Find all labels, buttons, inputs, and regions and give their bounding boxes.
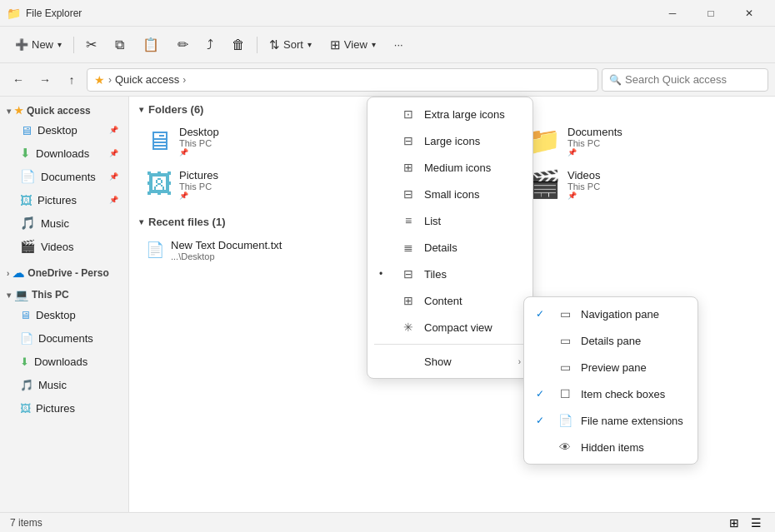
view-extra-large-icons[interactable]: ⊡ Extra large icons (369, 101, 531, 127)
sidebar-item-music[interactable]: 🎵 Music (3, 211, 125, 235)
up-button[interactable]: ↑ (60, 68, 83, 92)
menu-item-label: Tiles (424, 268, 447, 281)
recent-item-path: ...\Desktop (171, 251, 282, 261)
item-count: 7 items (10, 517, 42, 529)
sidebar-item-thispc-music[interactable]: 🎵 Music (3, 373, 125, 396)
pictures-icon: 🖼 (20, 193, 32, 207)
sidebar-item-thispc-documents[interactable]: 📄 Documents (3, 326, 125, 350)
folder-documents-pin: 📌 (568, 148, 622, 157)
minimize-button[interactable]: ─ (653, 0, 692, 27)
documents-icon: 📄 (20, 169, 36, 184)
thispc-section[interactable]: ▾ 💻 This PC (0, 283, 128, 303)
address-bar: ← → ↑ ★ › Quick access › 🔍 (0, 63, 775, 97)
sidebar-item-desktop[interactable]: 🖥 Desktop 📌 (3, 118, 125, 142)
window-controls: ─ □ ✕ (653, 0, 768, 27)
breadcrumb-quick-access: Quick access (115, 73, 179, 86)
thispc-icon: 💻 (14, 288, 28, 301)
folder-videos[interactable]: 🎬 Videos This PC 📌 (521, 166, 688, 202)
folder-pictures[interactable]: 🖼 Pictures This PC 📌 (139, 166, 306, 202)
back-button[interactable]: ← (7, 68, 30, 92)
view-small-icons[interactable]: ⊟ Small icons (369, 181, 531, 207)
toolbar-separator-1 (73, 37, 74, 53)
check-icon: ✓ (536, 415, 549, 426)
sort-button[interactable]: ⇅ Sort ▾ (261, 32, 320, 58)
sidebar-item-pictures[interactable]: 🖼 Pictures 📌 (3, 188, 125, 211)
view-tiles[interactable]: • ⊟ Tiles (369, 261, 531, 287)
show-preview-pane[interactable]: ▭ Preview pane (526, 354, 696, 380)
folder-videos-path: This PC (568, 181, 601, 191)
sidebar-item-label: Music (41, 217, 118, 230)
new-button[interactable]: ➕ New ▾ (7, 32, 70, 58)
quick-access-star-icon: ★ (14, 105, 23, 117)
view-button[interactable]: ⊞ View ▾ (322, 32, 384, 58)
folder-desktop-pin: 📌 (179, 148, 219, 157)
maximize-button[interactable]: □ (692, 0, 730, 27)
menu-item-label: Preview pane (581, 361, 647, 374)
search-icon: 🔍 (609, 74, 622, 86)
bullet-icon: • (379, 268, 392, 280)
videos-icon: 🎬 (20, 239, 36, 254)
sort-dropdown-icon: ▾ (308, 40, 312, 49)
menu-item-label: Content (424, 295, 462, 307)
view-list[interactable]: ≡ List (369, 207, 531, 234)
view-content[interactable]: ⊞ Content (369, 287, 531, 314)
close-button[interactable]: ✕ (730, 0, 768, 27)
medium-icons-icon: ⊞ (401, 161, 416, 174)
sidebar-item-label: Desktop (38, 124, 104, 137)
music-icon: 🎵 (20, 379, 33, 391)
folder-documents[interactable]: 📁 Documents This PC 📌 (521, 122, 688, 159)
search-box[interactable]: 🔍 (602, 68, 768, 92)
sidebar-item-label: Pictures (36, 402, 118, 415)
sidebar-item-thispc-desktop[interactable]: 🖥 Desktop (3, 303, 125, 326)
menu-item-label: List (424, 215, 441, 227)
view-medium-icons[interactable]: ⊞ Medium icons (369, 154, 531, 181)
onedrive-section[interactable]: › ☁ OneDrive - Perso (0, 261, 128, 281)
quick-access-section[interactable]: ▾ ★ Quick access (0, 100, 128, 118)
show-file-extensions[interactable]: ✓ 📄 File name extensions (526, 407, 696, 434)
delete-button[interactable]: 🗑 (223, 32, 253, 58)
title-bar: 📁 File Explorer ─ □ ✕ (0, 0, 775, 27)
menu-item-label: Details (424, 241, 458, 254)
menu-item-label: Details pane (581, 335, 641, 347)
sidebar-item-downloads[interactable]: ⬇ Downloads 📌 (3, 142, 125, 165)
view-large-icons[interactable]: ⊟ Large icons (369, 127, 531, 154)
more-icon: ··· (394, 38, 403, 51)
cut-button[interactable]: ✂ (78, 32, 105, 58)
rename-button[interactable]: ✏ (169, 32, 197, 58)
forward-button[interactable]: → (33, 68, 57, 92)
breadcrumb[interactable]: ★ › Quick access › (87, 68, 598, 92)
menu-item-label: Extra large icons (424, 108, 505, 121)
list-view-button[interactable]: ☰ (747, 514, 765, 532)
search-input[interactable] (625, 73, 761, 86)
downloads-icon: ⬇ (20, 355, 29, 368)
app-title: File Explorer (26, 7, 82, 19)
view-dropdown-icon: ▾ (372, 40, 376, 49)
copy-button[interactable]: ⧉ (107, 32, 132, 58)
sidebar-item-thispc-downloads[interactable]: ⬇ Downloads (3, 350, 125, 373)
sidebar-item-label: Documents (38, 332, 118, 345)
more-button[interactable]: ··· (386, 32, 412, 58)
nav-pane-icon: ▭ (558, 307, 572, 321)
title-bar-left: 📁 File Explorer (7, 7, 82, 20)
show-hidden-items[interactable]: 👁 Hidden items (526, 434, 696, 460)
sidebar-item-videos[interactable]: 🎬 Videos (3, 235, 125, 258)
folder-desktop[interactable]: 🖥 Desktop This PC 📌 (139, 122, 306, 159)
view-show[interactable]: Show › (369, 348, 531, 375)
grid-view-button[interactable]: ⊞ (725, 514, 743, 532)
paste-button[interactable]: 📋 (134, 32, 168, 58)
show-nav-pane[interactable]: ✓ ▭ Navigation pane (526, 301, 696, 327)
folder-videos-pin: 📌 (568, 191, 601, 200)
view-details[interactable]: ≣ Details (369, 234, 531, 261)
view-compact[interactable]: ✳ Compact view (369, 314, 531, 341)
menu-item-label: Medium icons (424, 162, 491, 174)
sidebar-item-thispc-pictures[interactable]: 🖼 Pictures (3, 396, 125, 420)
folder-videos-name: Videos (568, 169, 601, 181)
desktop-icon: 🖥 (20, 309, 31, 321)
sidebar-item-documents[interactable]: 📄 Documents 📌 (3, 165, 125, 188)
show-item-checkboxes[interactable]: ✓ ☐ Item check boxes (526, 380, 696, 407)
menu-item-label: Item check boxes (581, 388, 665, 400)
show-details-pane[interactable]: ▭ Details pane (526, 327, 696, 354)
menu-item-label: Small icons (424, 188, 479, 201)
share-button[interactable]: ⤴ (198, 32, 222, 58)
folder-pictures-info: Pictures This PC 📌 (179, 169, 218, 200)
